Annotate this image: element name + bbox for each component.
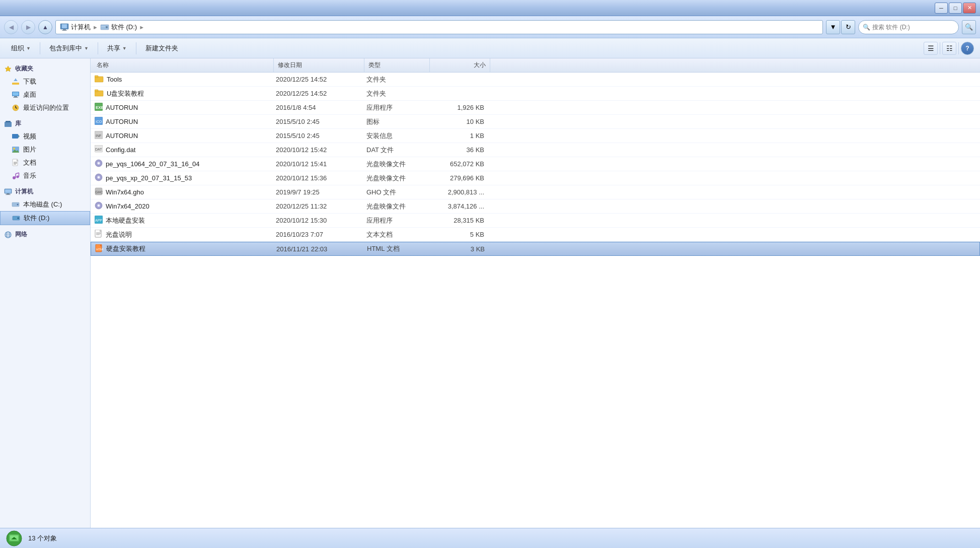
file-list-area: 名称 修改日期 类型 大小 Tools 2020/12/25 14:52 文件夹… [91, 58, 980, 528]
new-folder-button[interactable]: 新建文件夹 [140, 41, 183, 56]
table-row[interactable]: GHO Win7x64.gho 2019/9/7 19:25 GHO 文件 2,… [91, 185, 980, 199]
col-header-name[interactable]: 名称 [93, 58, 274, 72]
library-button[interactable]: 包含到库中 ▼ [44, 41, 94, 56]
file-size-11: 5 KB [428, 228, 488, 241]
svg-text:APP: APP [95, 219, 102, 222]
network-header[interactable]: 网络 [0, 228, 90, 241]
file-type-3: 图标 [362, 115, 428, 128]
breadcrumb-sep2: ► [139, 24, 144, 30]
sidebar-item-software-d[interactable]: 软件 (D:) [0, 211, 90, 225]
table-row[interactable]: EXE AUTORUN 2016/1/8 4:54 应用程序 1,926 KB [91, 101, 980, 115]
up-icon: ▲ [42, 24, 48, 31]
close-button[interactable]: ✕ [963, 3, 976, 14]
refresh-button[interactable]: ↻ [841, 20, 855, 34]
sidebar-item-video[interactable]: 视频 [0, 130, 90, 143]
dropdown-button[interactable]: ▼ [826, 20, 840, 34]
svg-text:HTML: HTML [96, 248, 103, 251]
recent-icon [11, 103, 20, 112]
organize-button[interactable]: 组织 ▼ [6, 41, 36, 56]
svg-point-24 [13, 148, 15, 150]
file-date-2: 2016/1/8 4:54 [272, 101, 362, 114]
svg-rect-50 [95, 76, 98, 78]
share-button[interactable]: 共享 ▼ [102, 41, 132, 56]
minimize-button[interactable]: ─ [935, 3, 948, 14]
network-label: 网络 [15, 230, 27, 239]
sidebar-item-downloads[interactable]: 下载 [0, 75, 90, 88]
search-input[interactable] [872, 24, 954, 31]
col-header-type[interactable]: 类型 [364, 58, 430, 72]
toolbar-sep5 [958, 42, 959, 54]
file-size-10: 28,315 KB [428, 214, 488, 227]
sidebar-item-doc[interactable]: 文档 [0, 156, 90, 169]
sidebar-item-local-c[interactable]: 本地磁盘 (C:) [0, 198, 90, 211]
file-type-11: 文本文档 [362, 228, 428, 241]
file-name-1: U盘安装教程 [91, 87, 272, 100]
table-row[interactable]: INF AUTORUN 2015/5/10 2:45 安装信息 1 KB [91, 129, 980, 143]
toolbar-right: ☰ ☷ ? [924, 42, 974, 55]
sidebar-item-recent[interactable]: 最近访问的位置 [0, 101, 90, 114]
maximize-button[interactable]: □ [949, 3, 962, 14]
svg-text:ICO: ICO [96, 120, 102, 123]
svg-rect-15 [13, 97, 18, 98]
file-type-6: 光盘映像文件 [362, 157, 428, 171]
file-name-10: APP 本地硬盘安装 [91, 214, 272, 227]
up-button[interactable]: ▲ [38, 20, 52, 34]
search-box[interactable]: 🔍 [858, 20, 959, 34]
table-row[interactable]: Tools 2020/12/25 14:52 文件夹 [91, 73, 980, 87]
sidebar-item-image[interactable]: 图片 [0, 143, 90, 156]
table-row[interactable]: pe_yqs_xp_20_07_31_15_53 2020/10/12 15:3… [91, 171, 980, 185]
table-row[interactable]: DAT Config.dat 2020/10/12 15:42 DAT 文件 3… [91, 143, 980, 157]
breadcrumb[interactable]: 计算机 ► 软件 (D:) ► [55, 20, 823, 34]
library-icon [4, 120, 12, 128]
file-date-7: 2020/10/12 15:36 [272, 171, 362, 185]
breadcrumb-drive[interactable]: 软件 (D:) [111, 23, 137, 32]
computer-header[interactable]: 计算机 [0, 185, 90, 198]
table-row[interactable]: Win7x64_2020 2020/12/25 11:32 光盘映像文件 3,8… [91, 199, 980, 214]
search-button[interactable]: 🔍 [962, 20, 976, 34]
file-name-3: ICO AUTORUN [91, 115, 272, 128]
sidebar-item-music[interactable]: 音乐 [0, 169, 90, 182]
col-header-modified[interactable]: 修改日期 [274, 58, 364, 72]
local-c-label: 本地磁盘 (C:) [23, 200, 62, 209]
file-name-4: INF AUTORUN [91, 129, 272, 143]
table-row[interactable]: 光盘说明 2016/10/23 7:07 文本文档 5 KB [91, 228, 980, 242]
svg-point-71 [98, 205, 100, 207]
computer-sidebar-icon [4, 188, 12, 196]
forward-button[interactable]: ▶ [21, 20, 35, 34]
file-name-11: 光盘说明 [91, 228, 272, 241]
library-header[interactable]: 库 [0, 117, 90, 130]
table-row[interactable]: pe_yqs_1064_20_07_31_16_04 2020/10/12 15… [91, 157, 980, 171]
forward-icon: ▶ [26, 24, 31, 31]
file-icon-1 [95, 89, 104, 98]
table-row[interactable]: APP 本地硬盘安装 2020/10/12 15:30 应用程序 28,315 … [91, 214, 980, 228]
column-header: 名称 修改日期 类型 大小 [91, 58, 980, 73]
file-size-4: 1 KB [428, 129, 488, 143]
file-size-3: 10 KB [428, 115, 488, 128]
doc-icon [11, 158, 20, 167]
favorites-header[interactable]: 收藏夹 [0, 62, 90, 75]
breadcrumb-sep1: ► [93, 24, 98, 30]
svg-line-34 [16, 173, 19, 174]
file-icon-8: GHO [95, 187, 103, 197]
svg-point-5 [106, 26, 108, 28]
sidebar-item-desktop[interactable]: 桌面 [0, 88, 90, 101]
table-row[interactable]: ICO AUTORUN 2015/5/10 2:45 图标 10 KB [91, 115, 980, 129]
file-icon-9 [95, 201, 103, 211]
file-type-1: 文件夹 [362, 87, 428, 100]
col-header-size[interactable]: 大小 [430, 58, 490, 72]
statusbar: 13 个对象 [0, 528, 980, 548]
breadcrumb-computer[interactable]: 计算机 [71, 23, 91, 32]
table-row[interactable]: HTML 硬盘安装教程 2016/11/21 22:03 HTML 文档 3 K… [91, 242, 980, 256]
svg-rect-6 [101, 26, 105, 27]
svg-rect-38 [7, 193, 10, 194]
svg-point-63 [98, 163, 100, 164]
back-button[interactable]: ◀ [4, 20, 18, 34]
svg-point-66 [98, 177, 100, 178]
toolbar-sep4 [940, 42, 940, 54]
table-row[interactable]: U盘安装教程 2020/12/25 14:52 文件夹 [91, 87, 980, 101]
help-button[interactable]: ? [961, 42, 974, 55]
software-d-icon [12, 214, 21, 223]
file-icon-2: EXE [95, 103, 103, 112]
view-toggle-button[interactable]: ☷ [942, 42, 956, 55]
view-dropdown-button[interactable]: ☰ [924, 42, 938, 55]
